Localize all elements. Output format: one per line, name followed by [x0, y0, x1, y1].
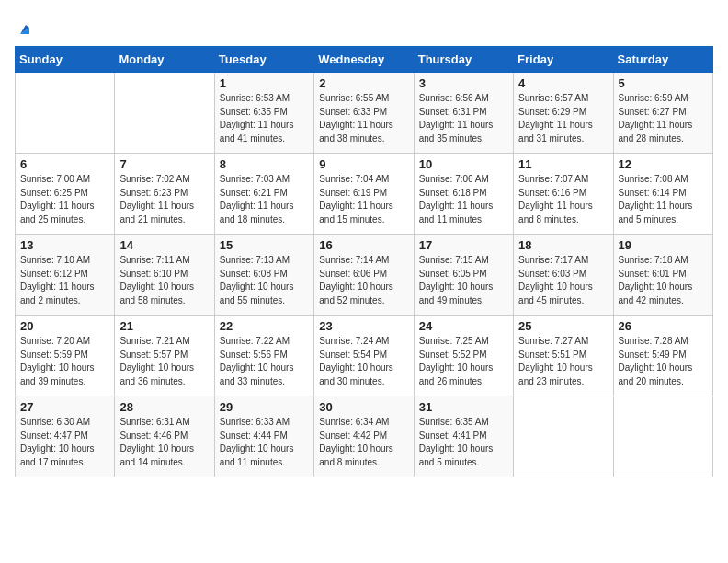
day-info: Sunrise: 7:08 AMSunset: 6:14 PMDaylight:…: [619, 173, 708, 226]
calendar-week-2: 6 Sunrise: 7:00 AMSunset: 6:25 PMDayligh…: [16, 154, 713, 235]
calendar-cell: [115, 73, 214, 154]
day-info: Sunrise: 6:53 AMSunset: 6:35 PMDaylight:…: [220, 92, 309, 145]
calendar-week-3: 13 Sunrise: 7:10 AMSunset: 6:12 PMDaylig…: [16, 235, 713, 316]
calendar-cell: 10 Sunrise: 7:06 AMSunset: 6:18 PMDaylig…: [414, 154, 513, 235]
day-info: Sunrise: 7:03 AMSunset: 6:21 PMDaylight:…: [220, 173, 309, 226]
calendar-cell: [16, 73, 115, 154]
day-number: 15: [220, 238, 309, 252]
logo: [15, 15, 33, 35]
day-info: Sunrise: 6:59 AMSunset: 6:27 PMDaylight:…: [619, 92, 708, 145]
calendar-cell: 6 Sunrise: 7:00 AMSunset: 6:25 PMDayligh…: [16, 154, 115, 235]
calendar-cell: 29 Sunrise: 6:33 AMSunset: 4:44 PMDaylig…: [214, 396, 313, 477]
calendar-cell: 15 Sunrise: 7:13 AMSunset: 6:08 PMDaylig…: [214, 235, 313, 316]
day-number: 24: [419, 319, 508, 333]
logo-icon: [17, 21, 33, 38]
calendar-cell: 18 Sunrise: 7:17 AMSunset: 6:03 PMDaylig…: [514, 235, 613, 316]
day-number: 12: [619, 157, 708, 171]
day-info: Sunrise: 6:56 AMSunset: 6:31 PMDaylight:…: [419, 92, 508, 145]
day-number: 25: [518, 319, 608, 333]
day-info: Sunrise: 7:27 AMSunset: 5:51 PMDaylight:…: [518, 335, 608, 388]
day-number: 13: [20, 238, 109, 252]
day-info: Sunrise: 7:11 AMSunset: 6:10 PMDaylight:…: [119, 254, 209, 307]
day-info: Sunrise: 6:57 AMSunset: 6:29 PMDaylight:…: [518, 92, 608, 145]
day-number: 8: [220, 157, 309, 171]
day-header-sunday: Sunday: [16, 47, 115, 73]
day-number: 7: [119, 157, 209, 171]
day-number: 20: [20, 319, 109, 333]
calendar-cell: 23 Sunrise: 7:24 AMSunset: 5:54 PMDaylig…: [314, 316, 414, 396]
day-info: Sunrise: 7:25 AMSunset: 5:52 PMDaylight:…: [419, 335, 508, 388]
calendar-cell: 12 Sunrise: 7:08 AMSunset: 6:14 PMDaylig…: [613, 154, 712, 235]
calendar-cell: 17 Sunrise: 7:15 AMSunset: 6:05 PMDaylig…: [414, 235, 513, 316]
calendar-cell: 13 Sunrise: 7:10 AMSunset: 6:12 PMDaylig…: [16, 235, 115, 316]
calendar-cell: 5 Sunrise: 6:59 AMSunset: 6:27 PMDayligh…: [613, 73, 712, 154]
day-info: Sunrise: 7:22 AMSunset: 5:56 PMDaylight:…: [220, 335, 309, 388]
calendar-week-4: 20 Sunrise: 7:20 AMSunset: 5:59 PMDaylig…: [16, 316, 713, 396]
day-number: 22: [220, 319, 309, 333]
calendar-cell: [613, 396, 712, 477]
day-number: 27: [20, 400, 109, 414]
calendar-table: SundayMondayTuesdayWednesdayThursdayFrid…: [15, 46, 713, 477]
day-info: Sunrise: 7:06 AMSunset: 6:18 PMDaylight:…: [419, 173, 508, 226]
day-number: 6: [20, 157, 109, 171]
day-number: 9: [319, 157, 408, 171]
day-number: 19: [619, 238, 708, 252]
calendar-cell: 25 Sunrise: 7:27 AMSunset: 5:51 PMDaylig…: [514, 316, 613, 396]
day-info: Sunrise: 7:28 AMSunset: 5:49 PMDaylight:…: [619, 335, 708, 388]
calendar-cell: 8 Sunrise: 7:03 AMSunset: 6:21 PMDayligh…: [214, 154, 313, 235]
calendar-cell: 24 Sunrise: 7:25 AMSunset: 5:52 PMDaylig…: [414, 316, 513, 396]
day-info: Sunrise: 7:24 AMSunset: 5:54 PMDaylight:…: [319, 335, 408, 388]
day-info: Sunrise: 6:35 AMSunset: 4:41 PMDaylight:…: [419, 416, 508, 469]
day-info: Sunrise: 7:17 AMSunset: 6:03 PMDaylight:…: [518, 254, 608, 307]
day-info: Sunrise: 7:21 AMSunset: 5:57 PMDaylight:…: [119, 335, 209, 388]
day-info: Sunrise: 7:02 AMSunset: 6:23 PMDaylight:…: [119, 173, 209, 226]
calendar-cell: [514, 396, 613, 477]
day-info: Sunrise: 7:00 AMSunset: 6:25 PMDaylight:…: [20, 173, 109, 226]
day-header-monday: Monday: [115, 47, 214, 73]
day-info: Sunrise: 7:07 AMSunset: 6:16 PMDaylight:…: [518, 173, 608, 226]
header: [15, 15, 713, 35]
calendar-cell: 9 Sunrise: 7:04 AMSunset: 6:19 PMDayligh…: [314, 154, 414, 235]
calendar-week-5: 27 Sunrise: 6:30 AMSunset: 4:47 PMDaylig…: [16, 396, 713, 477]
calendar-cell: 2 Sunrise: 6:55 AMSunset: 6:33 PMDayligh…: [314, 73, 414, 154]
day-info: Sunrise: 6:34 AMSunset: 4:42 PMDaylight:…: [319, 416, 408, 469]
day-number: 21: [119, 319, 209, 333]
calendar-cell: 22 Sunrise: 7:22 AMSunset: 5:56 PMDaylig…: [214, 316, 313, 396]
day-number: 30: [319, 400, 408, 414]
day-number: 14: [119, 238, 209, 252]
day-info: Sunrise: 7:13 AMSunset: 6:08 PMDaylight:…: [220, 254, 309, 307]
day-number: 23: [319, 319, 408, 333]
calendar-cell: 14 Sunrise: 7:11 AMSunset: 6:10 PMDaylig…: [115, 235, 214, 316]
day-number: 31: [419, 400, 508, 414]
calendar-cell: 3 Sunrise: 6:56 AMSunset: 6:31 PMDayligh…: [414, 73, 513, 154]
day-header-friday: Friday: [514, 47, 613, 73]
calendar-cell: 4 Sunrise: 6:57 AMSunset: 6:29 PMDayligh…: [514, 73, 613, 154]
day-number: 1: [220, 76, 309, 90]
day-info: Sunrise: 7:04 AMSunset: 6:19 PMDaylight:…: [319, 173, 408, 226]
day-header-thursday: Thursday: [414, 47, 513, 73]
day-info: Sunrise: 6:55 AMSunset: 6:33 PMDaylight:…: [319, 92, 408, 145]
calendar-week-1: 1 Sunrise: 6:53 AMSunset: 6:35 PMDayligh…: [16, 73, 713, 154]
day-number: 29: [220, 400, 309, 414]
calendar-cell: 27 Sunrise: 6:30 AMSunset: 4:47 PMDaylig…: [16, 396, 115, 477]
day-info: Sunrise: 6:31 AMSunset: 4:46 PMDaylight:…: [119, 416, 209, 469]
day-number: 10: [419, 157, 508, 171]
day-info: Sunrise: 7:10 AMSunset: 6:12 PMDaylight:…: [20, 254, 109, 307]
calendar-cell: 19 Sunrise: 7:18 AMSunset: 6:01 PMDaylig…: [613, 235, 712, 316]
calendar-header: SundayMondayTuesdayWednesdayThursdayFrid…: [16, 47, 713, 73]
day-info: Sunrise: 7:15 AMSunset: 6:05 PMDaylight:…: [419, 254, 508, 307]
calendar-cell: 28 Sunrise: 6:31 AMSunset: 4:46 PMDaylig…: [115, 396, 214, 477]
day-header-saturday: Saturday: [613, 47, 712, 73]
day-header-tuesday: Tuesday: [214, 47, 313, 73]
calendar-cell: 1 Sunrise: 6:53 AMSunset: 6:35 PMDayligh…: [214, 73, 313, 154]
calendar-cell: 30 Sunrise: 6:34 AMSunset: 4:42 PMDaylig…: [314, 396, 414, 477]
day-info: Sunrise: 6:33 AMSunset: 4:44 PMDaylight:…: [220, 416, 309, 469]
day-number: 28: [119, 400, 209, 414]
day-number: 26: [619, 319, 708, 333]
day-info: Sunrise: 6:30 AMSunset: 4:47 PMDaylight:…: [20, 416, 109, 469]
day-header-wednesday: Wednesday: [314, 47, 414, 73]
day-info: Sunrise: 7:18 AMSunset: 6:01 PMDaylight:…: [619, 254, 708, 307]
day-info: Sunrise: 7:14 AMSunset: 6:06 PMDaylight:…: [319, 254, 408, 307]
day-number: 2: [319, 76, 408, 90]
calendar-cell: 31 Sunrise: 6:35 AMSunset: 4:41 PMDaylig…: [414, 396, 513, 477]
